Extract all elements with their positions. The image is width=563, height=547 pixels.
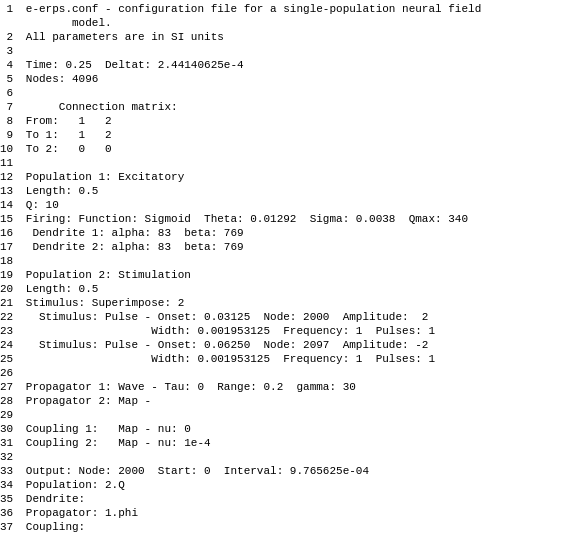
- line-text: Connection matrix:: [19, 100, 563, 114]
- code-editor: 1234567891011121314151617181920212223242…: [0, 0, 563, 536]
- line-number: 1: [0, 2, 13, 16]
- line-number-column: 1234567891011121314151617181920212223242…: [0, 2, 19, 534]
- line-text: Dendrite 1: alpha: 83 beta: 769: [19, 226, 563, 240]
- line-number: 18: [0, 254, 13, 268]
- line-number: 8: [0, 114, 13, 128]
- line-text: [19, 156, 563, 170]
- line-number: 21: [0, 296, 13, 310]
- line-number: 4: [0, 58, 13, 72]
- line-text: Coupling 1: Map - nu: 0: [19, 422, 563, 436]
- line-number: 29: [0, 408, 13, 422]
- line-number: 13: [0, 184, 13, 198]
- line-text: Dendrite 2: alpha: 83 beta: 769: [19, 240, 563, 254]
- line-number: 32: [0, 450, 13, 464]
- line-text: Propagator 2: Map -: [19, 394, 563, 408]
- line-number: 16: [0, 226, 13, 240]
- line-text: model.: [19, 16, 563, 30]
- line-text: Propagator 1: Wave - Tau: 0 Range: 0.2 g…: [19, 380, 563, 394]
- line-number: 9: [0, 128, 13, 142]
- line-number: 10: [0, 142, 13, 156]
- line-number: 7: [0, 100, 13, 114]
- line-number: 15: [0, 212, 13, 226]
- line-text: [19, 366, 563, 380]
- line-number: 23: [0, 324, 13, 338]
- line-number: 37: [0, 520, 13, 534]
- line-number: 5: [0, 72, 13, 86]
- line-text: To 2: 0 0: [19, 142, 563, 156]
- line-number: [0, 16, 13, 30]
- line-number: 6: [0, 86, 13, 100]
- line-number: 22: [0, 310, 13, 324]
- line-text: Nodes: 4096: [19, 72, 563, 86]
- line-number: 36: [0, 506, 13, 520]
- line-text: Firing: Function: Sigmoid Theta: 0.01292…: [19, 212, 563, 226]
- line-number: 27: [0, 380, 13, 394]
- line-number: 20: [0, 282, 13, 296]
- line-text: Stimulus: Superimpose: 2: [19, 296, 563, 310]
- line-number: 34: [0, 478, 13, 492]
- line-number: 19: [0, 268, 13, 282]
- line-text: Dendrite:: [19, 492, 563, 506]
- line-text: Population: 2.Q: [19, 478, 563, 492]
- line-text: Population 2: Stimulation: [19, 268, 563, 282]
- line-text: Width: 0.001953125 Frequency: 1 Pulses: …: [19, 352, 563, 366]
- line-text: Width: 0.001953125 Frequency: 1 Pulses: …: [19, 324, 563, 338]
- line-text: e-erps.conf - configuration file for a s…: [19, 2, 563, 16]
- line-text: [19, 254, 563, 268]
- line-number: 3: [0, 44, 13, 58]
- line-number: 25: [0, 352, 13, 366]
- line-text: Population 1: Excitatory: [19, 170, 563, 184]
- line-number: 28: [0, 394, 13, 408]
- line-text: From: 1 2: [19, 114, 563, 128]
- line-text: Time: 0.25 Deltat: 2.44140625e-4: [19, 58, 563, 72]
- line-number: 11: [0, 156, 13, 170]
- line-number: 24: [0, 338, 13, 352]
- line-text: [19, 44, 563, 58]
- code-content: e-erps.conf - configuration file for a s…: [19, 2, 563, 534]
- line-text: Propagator: 1.phi: [19, 506, 563, 520]
- line-number: 30: [0, 422, 13, 436]
- line-text: Q: 10: [19, 198, 563, 212]
- line-text: Stimulus: Pulse - Onset: 0.06250 Node: 2…: [19, 338, 563, 352]
- line-text: Output: Node: 2000 Start: 0 Interval: 9.…: [19, 464, 563, 478]
- line-text: Length: 0.5: [19, 184, 563, 198]
- line-text: [19, 86, 563, 100]
- line-number: 33: [0, 464, 13, 478]
- line-text: Coupling 2: Map - nu: 1e-4: [19, 436, 563, 450]
- line-text: Coupling:: [19, 520, 563, 534]
- line-number: 2: [0, 30, 13, 44]
- line-text: Stimulus: Pulse - Onset: 0.03125 Node: 2…: [19, 310, 563, 324]
- line-text: [19, 408, 563, 422]
- line-number: 35: [0, 492, 13, 506]
- line-number: 31: [0, 436, 13, 450]
- line-text: [19, 450, 563, 464]
- line-text: Length: 0.5: [19, 282, 563, 296]
- line-text: All parameters are in SI units: [19, 30, 563, 44]
- line-text: To 1: 1 2: [19, 128, 563, 142]
- line-number: 26: [0, 366, 13, 380]
- line-number: 12: [0, 170, 13, 184]
- line-number: 14: [0, 198, 13, 212]
- line-number: 17: [0, 240, 13, 254]
